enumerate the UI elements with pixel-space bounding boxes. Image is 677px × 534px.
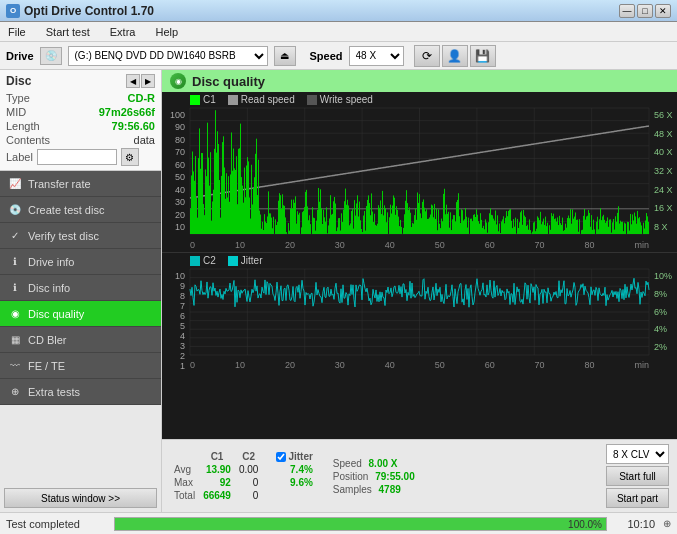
position-label: Position xyxy=(333,471,369,482)
legend-write-speed-label: Write speed xyxy=(320,94,373,105)
legend-c1-label: C1 xyxy=(203,94,216,105)
legend-c1: C1 xyxy=(190,94,216,105)
legend-read-speed-label: Read speed xyxy=(241,94,295,105)
sidebar-item-drive-info[interactable]: ℹ Drive info xyxy=(0,249,161,275)
y1-10: 10 xyxy=(164,222,185,232)
disc-quality-icon-header: ◉ xyxy=(170,73,186,89)
c1-canvas xyxy=(162,92,677,252)
disc-info-label: Disc info xyxy=(28,282,70,294)
app-icon: O xyxy=(6,4,20,18)
jitter-header: Jitter xyxy=(272,450,316,463)
y1-40: 40 xyxy=(164,185,185,195)
cd-bler-icon: ▦ xyxy=(8,333,22,347)
legend-c1-color xyxy=(190,95,200,105)
toolbar-save[interactable]: 💾 xyxy=(470,45,496,67)
gear-button[interactable]: ⚙ xyxy=(121,148,139,166)
toolbar-btn-1[interactable]: ⟳ xyxy=(414,45,440,67)
sidebar-item-fe-te[interactable]: 〰 FE / TE xyxy=(0,353,161,379)
y2-8: 8 xyxy=(164,291,185,301)
window-controls: — □ ✕ xyxy=(619,4,671,18)
drive-icon: 💿 xyxy=(40,47,62,65)
results-table: C1 C2 Jitter Avg 13.90 0.00 7.4% xyxy=(170,450,317,502)
speed-value: 8.00 X xyxy=(369,458,398,469)
type-label: Type xyxy=(6,92,30,104)
eject-button[interactable]: ⏏ xyxy=(274,46,296,66)
y2-5: 5 xyxy=(164,321,185,331)
verify-test-disc-icon: ✓ xyxy=(8,229,22,243)
drive-bar: Drive 💿 (G:) BENQ DVD DD DW1640 BSRB ⏏ S… xyxy=(0,42,677,70)
disc-next-button[interactable]: ▶ xyxy=(141,74,155,88)
drive-select[interactable]: (G:) BENQ DVD DD DW1640 BSRB xyxy=(68,46,268,66)
legend-c2-label: C2 xyxy=(203,255,216,266)
title-bar: O Opti Drive Control 1.70 — □ ✕ xyxy=(0,0,677,22)
jitter-label: Jitter xyxy=(288,451,312,462)
legend-write-speed-color xyxy=(307,95,317,105)
label-input[interactable] xyxy=(37,149,117,165)
sidebar-item-transfer-rate[interactable]: 📈 Transfer rate xyxy=(0,171,161,197)
legend-read-speed: Read speed xyxy=(228,94,295,105)
start-part-button[interactable]: Start part xyxy=(606,488,669,508)
maximize-button[interactable]: □ xyxy=(637,4,653,18)
y2-2: 2 xyxy=(164,351,185,361)
status-icon: ⊕ xyxy=(663,518,671,529)
total-c2: 0 xyxy=(235,489,262,502)
minimize-button[interactable]: — xyxy=(619,4,635,18)
sidebar-item-cd-bler[interactable]: ▦ CD Bler xyxy=(0,327,161,353)
disc-quality-header: ◉ Disc quality xyxy=(162,70,677,92)
menu-start-test[interactable]: Start test xyxy=(42,24,94,40)
length-value: 79:56.60 xyxy=(112,120,155,132)
sidebar-item-disc-info[interactable]: ℹ Disc info xyxy=(0,275,161,301)
close-button[interactable]: ✕ xyxy=(655,4,671,18)
y2-4: 4 xyxy=(164,331,185,341)
menu-help[interactable]: Help xyxy=(151,24,182,40)
position-value: 79:55.00 xyxy=(375,471,414,482)
sidebar-item-create-test-disc[interactable]: 💿 Create test disc xyxy=(0,197,161,223)
y2-1: 1 xyxy=(164,361,185,371)
speed-label: Speed xyxy=(310,50,343,62)
y2r-4: 4% xyxy=(654,324,675,334)
start-full-button[interactable]: Start full xyxy=(606,466,669,486)
results-section: C1 C2 Jitter Avg 13.90 0.00 7.4% xyxy=(162,439,677,512)
toolbar-btn-2[interactable]: 👤 xyxy=(442,45,468,67)
legend-write-speed: Write speed xyxy=(307,94,373,105)
speed-select[interactable]: 48 X Max 40 X 32 X xyxy=(349,46,404,66)
extra-tests-label: Extra tests xyxy=(28,386,80,398)
avg-c2: 0.00 xyxy=(235,463,262,476)
sidebar-item-verify-test-disc[interactable]: ✓ Verify test disc xyxy=(0,223,161,249)
verify-test-disc-label: Verify test disc xyxy=(28,230,99,242)
clv-select[interactable]: 8 X CLV xyxy=(606,444,669,464)
y1r-16: 16 X xyxy=(654,203,675,213)
y1-80: 80 xyxy=(164,135,185,145)
contents-label: Contents xyxy=(6,134,50,146)
y1r-24: 24 X xyxy=(654,185,675,195)
y2-10: 10 xyxy=(164,271,185,281)
length-label: Length xyxy=(6,120,40,132)
x-axis-2: 0 10 20 30 40 50 60 70 80 min xyxy=(190,360,649,370)
y2r-6: 6% xyxy=(654,307,675,317)
legend-c2-color xyxy=(190,256,200,266)
max-c1: 92 xyxy=(199,476,235,489)
disc-quality-title: Disc quality xyxy=(192,74,265,89)
fe-te-icon: 〰 xyxy=(8,359,22,373)
sidebar-item-disc-quality[interactable]: ◉ Disc quality xyxy=(0,301,161,327)
start-controls: 8 X CLV Start full Start part xyxy=(606,444,669,508)
fe-te-label: FE / TE xyxy=(28,360,65,372)
legend-jitter: Jitter xyxy=(228,255,263,266)
label-key: Label xyxy=(6,151,33,163)
extra-tests-icon: ⊕ xyxy=(8,385,22,399)
legend-c2: C2 xyxy=(190,255,216,266)
status-window-button[interactable]: Status window >> xyxy=(4,488,157,508)
transfer-rate-label: Transfer rate xyxy=(28,178,91,190)
sidebar-item-extra-tests[interactable]: ⊕ Extra tests xyxy=(0,379,161,405)
y2-3: 3 xyxy=(164,341,185,351)
jitter-checkbox[interactable] xyxy=(276,452,286,462)
progress-bar: 100.0% xyxy=(114,517,607,531)
right-panel: ◉ Disc quality C1 Read speed xyxy=(162,70,677,512)
disc-info-icon: ℹ xyxy=(8,281,22,295)
menu-extra[interactable]: Extra xyxy=(106,24,140,40)
progress-fill xyxy=(115,518,606,530)
y2r-10: 10% xyxy=(654,271,675,281)
disc-prev-button[interactable]: ◀ xyxy=(126,74,140,88)
y1r-32: 32 X xyxy=(654,166,675,176)
menu-file[interactable]: File xyxy=(4,24,30,40)
